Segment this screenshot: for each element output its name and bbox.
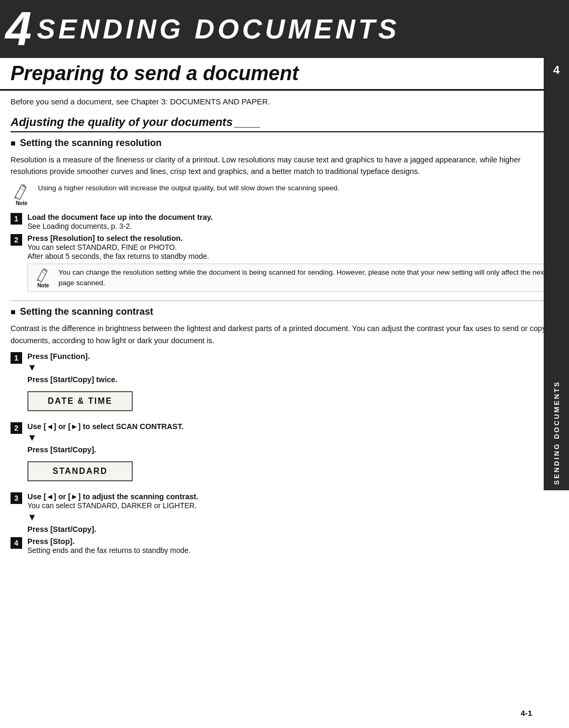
contrast-step-1-bold: Press [Function].	[27, 352, 90, 361]
svg-line-0	[19, 187, 24, 190]
step-2-bold: Press [Resolution] to select the resolut…	[27, 234, 183, 242]
note-pencil-icon	[12, 183, 31, 200]
step-2-line2: After about 5 seconds, the fax returns t…	[27, 252, 209, 260]
contrast-step-3-content: Use [◄] or [►] to adjust the scanning co…	[27, 492, 558, 533]
contrast-step-4-content: Press [Stop]. Setting ends and the fax r…	[27, 537, 558, 555]
sidebar-chapter-title: SENDING DOCUMENTS	[553, 381, 561, 485]
contrast-step-3-bold: Use [◄] or [►] to adjust the scanning co…	[27, 492, 198, 501]
display-box-standard: STANDARD	[27, 461, 133, 481]
contrast-step-2-content: Use [◄] or [►] to select SCAN CONTRAST. …	[27, 422, 558, 489]
contrast-step-4-normal: Setting ends and the fax returns to stan…	[27, 546, 191, 555]
adjusting-quality-heading: Adjusting the quality of your documents	[11, 115, 233, 129]
note-icon-wrap: Note	[11, 183, 33, 206]
step-2-line1: You can select STANDARD, FINE or PHOTO.	[27, 243, 177, 251]
contrast-step-4-bold: Press [Stop].	[27, 537, 74, 546]
step-1-bold: Load the document face up into the docum…	[27, 213, 213, 221]
section-title: Preparing to send a document	[0, 58, 569, 91]
resolution-steps: 1 Load the document face up into the doc…	[11, 212, 558, 296]
svg-line-1	[42, 271, 45, 274]
step-2-note: Note You can change the resolution setti…	[27, 264, 558, 293]
step-1-content: Load the document face up into the docum…	[27, 212, 558, 230]
contrast-step-2-bold: Use [◄] or [►] to select SCAN CONTRAST.	[27, 422, 183, 431]
contrast-step-num-2: 2	[11, 422, 22, 434]
display-box-date-time: DATE & TIME	[27, 391, 133, 411]
resolution-body: Resolution is a measure of the fineness …	[11, 154, 558, 178]
resolution-note-text: Using a higher resolution will increase …	[38, 183, 339, 193]
resolution-note: Note Using a higher resolution will incr…	[11, 183, 558, 206]
display-box-2-wrap: STANDARD	[27, 457, 558, 486]
contrast-step-1-content: Press [Function]. ▼ Press [Start/Copy] t…	[27, 352, 558, 419]
contrast-step-1: 1 Press [Function]. ▼ Press [Start/Copy]…	[11, 352, 558, 419]
contrast-step-num-1: 1	[11, 352, 22, 364]
chapter-title: SENDING DOCUMENTS	[37, 13, 399, 45]
arrow-down-3: ▼	[27, 512, 558, 523]
contrast-step-num-3: 3	[11, 492, 22, 504]
arrow-down-1: ▼	[27, 362, 558, 373]
contrast-step-2-sub: Press [Start/Copy].	[27, 445, 96, 454]
divider-1	[11, 300, 558, 301]
arrow-down-2: ▼	[27, 432, 558, 443]
contrast-step-4: 4 Press [Stop]. Setting ends and the fax…	[11, 537, 558, 555]
contrast-body: Contrast is the difference in brightness…	[11, 323, 558, 346]
contrast-step-3-line1: You can select STANDARD, DARKER or LIGHT…	[27, 501, 197, 510]
resolution-heading: Setting the scanning resolution	[11, 138, 558, 149]
step-2-note-label: Note	[37, 283, 49, 288]
note-label: Note	[16, 200, 27, 206]
page-number: 4-1	[521, 708, 532, 717]
step-num-2: 2	[11, 234, 22, 246]
step-num-1: 1	[11, 213, 22, 225]
note-pencil-icon-2	[35, 267, 52, 282]
contrast-step-3-sub: Press [Start/Copy].	[27, 525, 96, 533]
contrast-step-2: 2 Use [◄] or [►] to select SCAN CONTRAST…	[11, 422, 558, 489]
step-2-note-text: You can change the resolution setting wh…	[58, 267, 554, 289]
right-sidebar: 4 SENDING DOCUMENTS	[544, 58, 569, 490]
contrast-heading: Setting the scanning contrast	[11, 306, 558, 317]
contrast-step-num-4: 4	[11, 537, 22, 549]
step-2-content: Press [Resolution] to select the resolut…	[27, 234, 558, 296]
resolution-step-2: 2 Press [Resolution] to select the resol…	[11, 234, 558, 296]
contrast-step-1-sub: Press [Start/Copy] twice.	[27, 375, 117, 384]
resolution-step-1: 1 Load the document face up into the doc…	[11, 212, 558, 230]
step-2-note-icon: Note	[32, 267, 54, 288]
sidebar-chapter-num: 4	[553, 63, 560, 77]
chapter-header: 4 SENDING DOCUMENTS	[0, 0, 569, 58]
chapter-number: 4	[5, 5, 32, 53]
contrast-steps: 1 Press [Function]. ▼ Press [Start/Copy]…	[11, 352, 558, 555]
contrast-step-3: 3 Use [◄] or [►] to adjust the scanning …	[11, 492, 558, 533]
step-1-normal: See Loading documents, p. 3-2.	[27, 222, 132, 230]
intro-text: Before you send a document, see Chapter …	[11, 97, 558, 106]
display-box-1-wrap: DATE & TIME	[27, 387, 558, 415]
